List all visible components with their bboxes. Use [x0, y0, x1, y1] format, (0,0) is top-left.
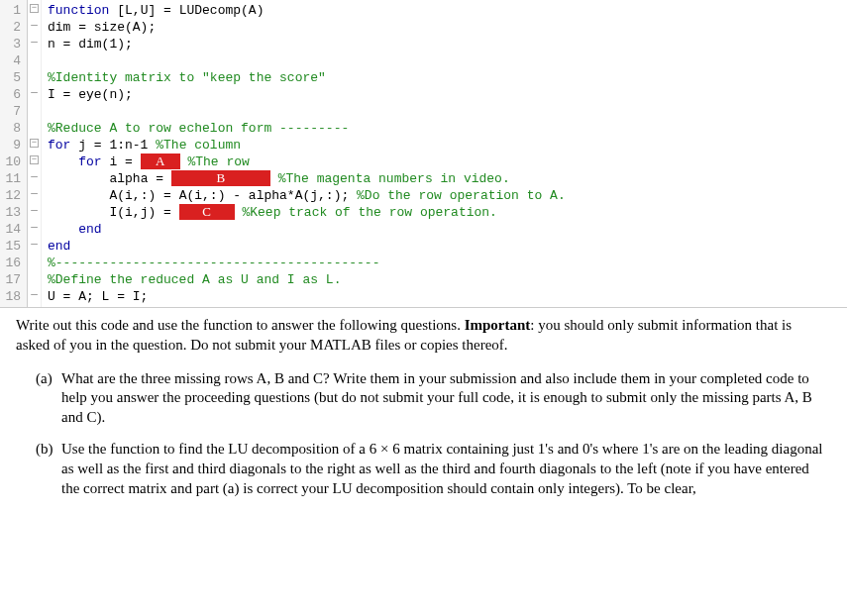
- line-number: 5: [0, 69, 21, 86]
- question-items: (a)What are the three missing rows A, B …: [0, 369, 847, 499]
- line-number: 13: [0, 204, 21, 221]
- fold-cell: —: [28, 202, 41, 219]
- code-token: U = A; L = I;: [48, 289, 148, 304]
- line-number-gutter: 123456789101112131415161718: [0, 0, 28, 307]
- code-line: n = dim(1);: [48, 36, 847, 52]
- line-number: 14: [0, 221, 21, 238]
- line-number: 3: [0, 36, 21, 52]
- hidden-answer-box-b: B: [171, 170, 270, 186]
- fold-cell: —: [28, 236, 41, 253]
- item-text: Use the function to find the LU decompos…: [61, 441, 822, 496]
- fold-cell: [28, 269, 41, 286]
- code-token: %The column: [156, 138, 241, 153]
- fold-cell: —: [28, 84, 41, 101]
- code-line: %---------------------------------------…: [48, 255, 847, 271]
- code-token: A(i,:) = A(i,:) - alpha*A(j,:);: [109, 188, 357, 203]
- fold-cell: —: [28, 219, 41, 236]
- code-token: %Identity matrix to "keep the score": [48, 70, 326, 85]
- line-number: 18: [0, 288, 21, 305]
- line-number: 6: [0, 86, 21, 103]
- line-number: 1: [0, 2, 21, 19]
- code-line: [48, 52, 847, 69]
- question-item: (a)What are the three missing rows A, B …: [36, 369, 825, 428]
- line-number: 16: [0, 255, 21, 271]
- code-token: end: [78, 222, 101, 237]
- code-line: %Reduce A to row echelon form ---------: [48, 120, 847, 137]
- code-token: for: [48, 138, 70, 153]
- line-number: 2: [0, 19, 21, 36]
- fold-cell: −: [28, 152, 41, 168]
- code-line: for j = 1:n-1 %The column: [48, 137, 847, 154]
- code-token: j = 1:n-1: [70, 138, 156, 153]
- code-token: end: [48, 239, 70, 254]
- item-marker: (a): [36, 369, 53, 389]
- fold-cell: [28, 101, 41, 118]
- code-block: 123456789101112131415161718 −———−−——————…: [0, 0, 847, 308]
- fold-cell: [28, 118, 41, 135]
- fold-toggle[interactable]: −: [30, 139, 39, 148]
- code-token: [48, 53, 55, 68]
- code-line: alpha = B %The magenta numbers in video.: [48, 170, 847, 187]
- hidden-answer-box-a: A: [141, 154, 180, 169]
- line-number: 12: [0, 187, 21, 204]
- code-line: end: [48, 221, 847, 238]
- code-line: %Define the reduced A as U and I as L.: [48, 271, 847, 288]
- hidden-answer-box-c: C: [179, 204, 235, 220]
- code-token: [L,U] = LUDecomp(A): [109, 3, 264, 18]
- code-token: %---------------------------------------…: [48, 256, 379, 270]
- intro-bold: Important: [465, 317, 531, 333]
- fold-cell: —: [28, 185, 41, 202]
- fold-cell: [28, 67, 41, 84]
- code-token: %Do the row operation to A.: [357, 188, 566, 203]
- code-line: I = eye(n);: [48, 86, 847, 103]
- code-token: alpha =: [109, 171, 170, 186]
- line-number: 8: [0, 120, 21, 137]
- code-line: dim = size(A);: [48, 19, 847, 36]
- code-line: function [L,U] = LUDecomp(A): [48, 2, 847, 19]
- item-marker: (b): [36, 440, 53, 460]
- fold-cell: —: [28, 286, 41, 303]
- code-content: function [L,U] = LUDecomp(A)dim = size(A…: [42, 0, 847, 307]
- fold-cell: —: [28, 17, 41, 34]
- code-token: [48, 104, 55, 119]
- code-token: dim = size(A);: [48, 20, 156, 35]
- code-line: U = A; L = I;: [48, 288, 847, 305]
- code-token: n = dim(1);: [48, 37, 133, 51]
- code-line: end: [48, 238, 847, 255]
- code-line: A(i,:) = A(i,:) - alpha*A(j,:); %Do the …: [48, 187, 847, 204]
- code-line: [48, 103, 847, 120]
- line-number: 15: [0, 238, 21, 255]
- fold-cell: —: [28, 168, 41, 185]
- code-token: %Define the reduced A as U and I as L.: [48, 272, 341, 287]
- code-token: %Keep track of the row operation.: [242, 205, 496, 220]
- intro-part1: Write out this code and use the function…: [16, 317, 465, 333]
- line-number: 9: [0, 137, 21, 154]
- code-token: function: [48, 3, 109, 18]
- code-line: for i = A %The row: [48, 154, 847, 170]
- line-number: 11: [0, 170, 21, 187]
- code-line: I(i,j) = C %Keep track of the row operat…: [48, 204, 847, 221]
- fold-cell: −: [28, 135, 41, 152]
- fold-column: −———−−——————: [28, 0, 42, 307]
- fold-cell: [28, 253, 41, 269]
- code-token: for: [78, 154, 101, 169]
- line-number: 10: [0, 154, 21, 170]
- code-token: i =: [102, 154, 141, 169]
- code-token: %The magenta numbers in video.: [278, 171, 510, 186]
- line-number: 17: [0, 271, 21, 288]
- fold-cell: −: [28, 0, 41, 17]
- fold-toggle[interactable]: −: [30, 155, 39, 164]
- fold-toggle[interactable]: −: [30, 4, 39, 13]
- fold-cell: [28, 51, 41, 67]
- code-token: I(i,j) =: [109, 205, 178, 220]
- fold-cell: —: [28, 34, 41, 51]
- question-item: (b)Use the function to find the LU decom…: [36, 440, 825, 498]
- line-number: 7: [0, 103, 21, 120]
- code-token: %The row: [187, 154, 249, 169]
- item-text: What are the three missing rows A, B and…: [61, 370, 812, 426]
- code-line: %Identity matrix to "keep the score": [48, 69, 847, 86]
- code-token: I = eye(n);: [48, 87, 133, 102]
- code-token: %Reduce A to row echelon form ---------: [48, 121, 349, 136]
- code-token: [270, 171, 278, 186]
- line-number: 4: [0, 52, 21, 69]
